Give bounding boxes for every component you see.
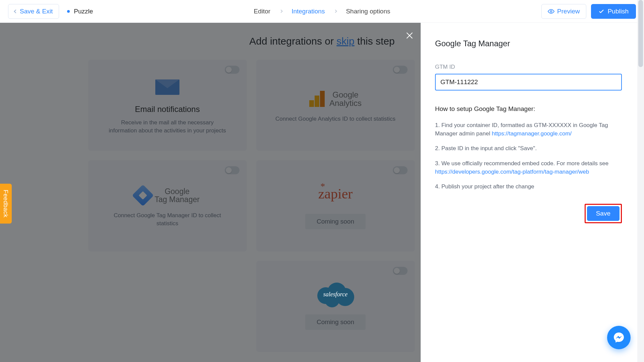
topbar-right: Preview Publish [541,4,636,19]
save-button-highlight: Save [585,204,622,223]
close-icon[interactable] [405,31,414,40]
project-name: Puzzle [67,8,93,15]
svg-point-0 [550,10,552,12]
topbar-left: Save & Exit Puzzle [8,4,93,19]
howto-title: How to setup Google Tag Manager: [435,105,622,113]
stage: Add integrations or skip this step Email… [0,23,644,362]
gtm-id-label: GTM ID [435,64,622,70]
publish-label: Publish [608,8,629,15]
chevron-right-icon [334,10,337,13]
scrollbar[interactable] [637,0,644,362]
howto-step-1: 1. Find your container ID, formatted as … [435,121,622,138]
save-and-exit-button[interactable]: Save & Exit [8,4,59,19]
howto-step-2: 2. Paste ID in the input and click "Save… [435,144,622,153]
publish-button[interactable]: Publish [591,4,636,19]
howto-step-4: 4. Publish your project after the change [435,183,622,191]
project-name-text: Puzzle [74,8,93,15]
howto-list: 1. Find your container ID, formatted as … [435,121,622,191]
preview-label: Preview [557,8,580,15]
messenger-icon [613,331,625,344]
gtm-id-input[interactable] [435,74,622,90]
topbar: Save & Exit Puzzle Editor Integrations S… [0,0,644,23]
chevron-left-icon [14,9,17,13]
gtm-admin-link[interactable]: https://tagmanager.google.com/ [492,130,572,137]
feedback-tab[interactable]: Feedback [0,184,12,224]
howto-step-3: 3. We use officially recommended embed c… [435,160,622,176]
gtm-settings-panel: Google Tag Manager GTM ID How to setup G… [421,23,644,362]
gtm-docs-link[interactable]: https://developers.google.com/tag-platfo… [435,169,589,175]
eye-icon [548,8,554,15]
breadcrumb: Editor Integrations Sharing options [254,8,390,15]
breadcrumb-step-editor[interactable]: Editor [254,8,271,15]
chevron-right-icon [279,10,283,13]
check-icon [598,8,604,14]
save-button[interactable]: Save [587,206,620,221]
breadcrumb-step-integrations[interactable]: Integrations [291,8,325,15]
breadcrumb-step-sharing[interactable]: Sharing options [346,8,390,15]
messenger-chat-button[interactable] [607,326,631,349]
panel-title: Google Tag Manager [435,39,622,48]
status-dot-icon [67,10,70,13]
salesforce-logo-icon: salesforce [315,283,356,306]
preview-button[interactable]: Preview [541,4,586,19]
save-and-exit-label: Save & Exit [20,8,53,15]
